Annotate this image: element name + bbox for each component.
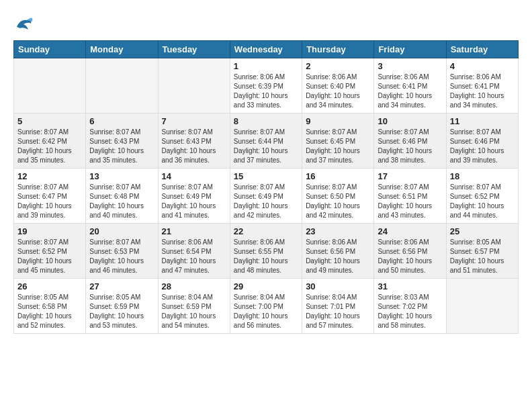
day-info: Sunrise: 8:05 AM Sunset: 6:58 PM Dayligh…: [17, 293, 82, 330]
weekday-header-friday: Friday: [374, 41, 446, 58]
logo: [13, 13, 36, 34]
day-number: 29: [234, 281, 298, 291]
day-number: 5: [17, 116, 82, 126]
calendar-cell: 17Sunrise: 8:07 AM Sunset: 6:51 PM Dayli…: [374, 169, 446, 224]
calendar-cell: 14Sunrise: 8:07 AM Sunset: 6:49 PM Dayli…: [158, 169, 230, 224]
calendar-cell: 2Sunrise: 8:06 AM Sunset: 6:40 PM Daylig…: [302, 58, 374, 113]
calendar-cell: 8Sunrise: 8:07 AM Sunset: 6:44 PM Daylig…: [230, 113, 302, 169]
day-number: 10: [378, 116, 442, 126]
calendar-table: SundayMondayTuesdayWednesdayThursdayFrid…: [13, 40, 519, 334]
day-number: 7: [162, 116, 226, 126]
weekday-header-monday: Monday: [86, 41, 158, 58]
day-number: 20: [89, 226, 154, 236]
day-number: 14: [162, 171, 226, 181]
calendar-cell: 30Sunrise: 8:04 AM Sunset: 7:01 PM Dayli…: [302, 279, 374, 334]
calendar-cell: 26Sunrise: 8:05 AM Sunset: 6:58 PM Dayli…: [14, 279, 86, 334]
day-number: 4: [450, 61, 515, 71]
day-info: Sunrise: 8:06 AM Sunset: 6:54 PM Dayligh…: [162, 238, 226, 275]
day-info: Sunrise: 8:07 AM Sunset: 6:43 PM Dayligh…: [162, 128, 226, 165]
day-number: 15: [234, 171, 298, 181]
day-info: Sunrise: 8:07 AM Sunset: 6:49 PM Dayligh…: [162, 183, 226, 220]
calendar-cell: 1Sunrise: 8:06 AM Sunset: 6:39 PM Daylig…: [230, 58, 302, 113]
weekday-header-tuesday: Tuesday: [158, 41, 230, 58]
day-info: Sunrise: 8:07 AM Sunset: 6:52 PM Dayligh…: [450, 183, 515, 220]
day-number: 12: [17, 171, 82, 181]
day-info: Sunrise: 8:07 AM Sunset: 6:46 PM Dayligh…: [450, 128, 515, 165]
calendar-week-2: 5Sunrise: 8:07 AM Sunset: 6:42 PM Daylig…: [14, 113, 519, 169]
weekday-header-row: SundayMondayTuesdayWednesdayThursdayFrid…: [14, 41, 519, 58]
calendar-cell: 25Sunrise: 8:05 AM Sunset: 6:57 PM Dayli…: [446, 224, 518, 279]
calendar-cell: 16Sunrise: 8:07 AM Sunset: 6:50 PM Dayli…: [302, 169, 374, 224]
day-info: Sunrise: 8:07 AM Sunset: 6:45 PM Dayligh…: [306, 128, 370, 165]
day-info: Sunrise: 8:06 AM Sunset: 6:56 PM Dayligh…: [306, 238, 370, 275]
day-info: Sunrise: 8:06 AM Sunset: 6:55 PM Dayligh…: [234, 238, 298, 275]
day-number: 28: [162, 281, 226, 291]
day-number: 23: [306, 226, 370, 236]
calendar-cell: 28Sunrise: 8:04 AM Sunset: 6:59 PM Dayli…: [158, 279, 230, 334]
day-info: Sunrise: 8:04 AM Sunset: 7:00 PM Dayligh…: [234, 293, 298, 330]
day-info: Sunrise: 8:06 AM Sunset: 6:40 PM Dayligh…: [306, 73, 370, 110]
calendar-cell: 5Sunrise: 8:07 AM Sunset: 6:42 PM Daylig…: [14, 113, 86, 169]
calendar-cell: 18Sunrise: 8:07 AM Sunset: 6:52 PM Dayli…: [446, 169, 518, 224]
day-number: 25: [450, 226, 515, 236]
day-info: Sunrise: 8:05 AM Sunset: 6:59 PM Dayligh…: [89, 293, 154, 330]
day-number: 16: [306, 171, 370, 181]
day-number: 27: [89, 281, 154, 291]
day-number: 11: [450, 116, 515, 126]
calendar-cell: 31Sunrise: 8:03 AM Sunset: 7:02 PM Dayli…: [374, 279, 446, 334]
calendar-week-5: 26Sunrise: 8:05 AM Sunset: 6:58 PM Dayli…: [14, 279, 519, 334]
day-number: 24: [378, 226, 442, 236]
day-number: 21: [162, 226, 226, 236]
day-info: Sunrise: 8:06 AM Sunset: 6:41 PM Dayligh…: [378, 73, 442, 110]
day-number: 9: [306, 116, 370, 126]
day-info: Sunrise: 8:06 AM Sunset: 6:39 PM Dayligh…: [234, 73, 298, 110]
day-number: 2: [306, 61, 370, 71]
calendar-cell: 11Sunrise: 8:07 AM Sunset: 6:46 PM Dayli…: [446, 113, 518, 169]
weekday-header-thursday: Thursday: [302, 41, 374, 58]
day-number: 18: [450, 171, 515, 181]
day-info: Sunrise: 8:07 AM Sunset: 6:50 PM Dayligh…: [306, 183, 370, 220]
calendar-cell: 15Sunrise: 8:07 AM Sunset: 6:49 PM Dayli…: [230, 169, 302, 224]
day-number: 19: [17, 226, 82, 236]
day-info: Sunrise: 8:05 AM Sunset: 6:57 PM Dayligh…: [450, 238, 515, 275]
day-info: Sunrise: 8:07 AM Sunset: 6:47 PM Dayligh…: [17, 183, 82, 220]
day-info: Sunrise: 8:07 AM Sunset: 6:46 PM Dayligh…: [378, 128, 442, 165]
day-info: Sunrise: 8:04 AM Sunset: 7:01 PM Dayligh…: [306, 293, 370, 330]
calendar-cell: 4Sunrise: 8:06 AM Sunset: 6:41 PM Daylig…: [446, 58, 518, 113]
calendar-cell: 29Sunrise: 8:04 AM Sunset: 7:00 PM Dayli…: [230, 279, 302, 334]
day-number: 13: [89, 171, 154, 181]
calendar-cell: 22Sunrise: 8:06 AM Sunset: 6:55 PM Dayli…: [230, 224, 302, 279]
day-number: 6: [89, 116, 154, 126]
calendar-week-4: 19Sunrise: 8:07 AM Sunset: 6:52 PM Dayli…: [14, 224, 519, 279]
calendar-week-3: 12Sunrise: 8:07 AM Sunset: 6:47 PM Dayli…: [14, 169, 519, 224]
weekday-header-saturday: Saturday: [446, 41, 518, 58]
calendar-cell: 10Sunrise: 8:07 AM Sunset: 6:46 PM Dayli…: [374, 113, 446, 169]
day-info: Sunrise: 8:07 AM Sunset: 6:49 PM Dayligh…: [234, 183, 298, 220]
day-number: 26: [17, 281, 82, 291]
calendar-cell: [86, 58, 158, 113]
day-info: Sunrise: 8:07 AM Sunset: 6:48 PM Dayligh…: [89, 183, 154, 220]
day-info: Sunrise: 8:07 AM Sunset: 6:53 PM Dayligh…: [89, 238, 154, 275]
day-number: 17: [378, 171, 442, 181]
day-info: Sunrise: 8:07 AM Sunset: 6:52 PM Dayligh…: [17, 238, 82, 275]
logo-icon: [13, 13, 34, 34]
day-info: Sunrise: 8:03 AM Sunset: 7:02 PM Dayligh…: [378, 293, 442, 330]
day-info: Sunrise: 8:07 AM Sunset: 6:43 PM Dayligh…: [89, 128, 154, 165]
calendar-cell: 9Sunrise: 8:07 AM Sunset: 6:45 PM Daylig…: [302, 113, 374, 169]
calendar-cell: 13Sunrise: 8:07 AM Sunset: 6:48 PM Dayli…: [86, 169, 158, 224]
calendar-cell: 7Sunrise: 8:07 AM Sunset: 6:43 PM Daylig…: [158, 113, 230, 169]
calendar-cell: 27Sunrise: 8:05 AM Sunset: 6:59 PM Dayli…: [86, 279, 158, 334]
calendar-week-1: 1Sunrise: 8:06 AM Sunset: 6:39 PM Daylig…: [14, 58, 519, 113]
day-number: 31: [378, 281, 442, 291]
day-number: 1: [234, 61, 298, 71]
calendar-cell: 20Sunrise: 8:07 AM Sunset: 6:53 PM Dayli…: [86, 224, 158, 279]
weekday-header-wednesday: Wednesday: [230, 41, 302, 58]
calendar-cell: 23Sunrise: 8:06 AM Sunset: 6:56 PM Dayli…: [302, 224, 374, 279]
day-info: Sunrise: 8:07 AM Sunset: 6:42 PM Dayligh…: [17, 128, 82, 165]
day-number: 8: [234, 116, 298, 126]
calendar-cell: 21Sunrise: 8:06 AM Sunset: 6:54 PM Dayli…: [158, 224, 230, 279]
calendar-cell: [158, 58, 230, 113]
day-info: Sunrise: 8:07 AM Sunset: 6:51 PM Dayligh…: [378, 183, 442, 220]
page-header: [13, 13, 519, 34]
day-info: Sunrise: 8:07 AM Sunset: 6:44 PM Dayligh…: [234, 128, 298, 165]
